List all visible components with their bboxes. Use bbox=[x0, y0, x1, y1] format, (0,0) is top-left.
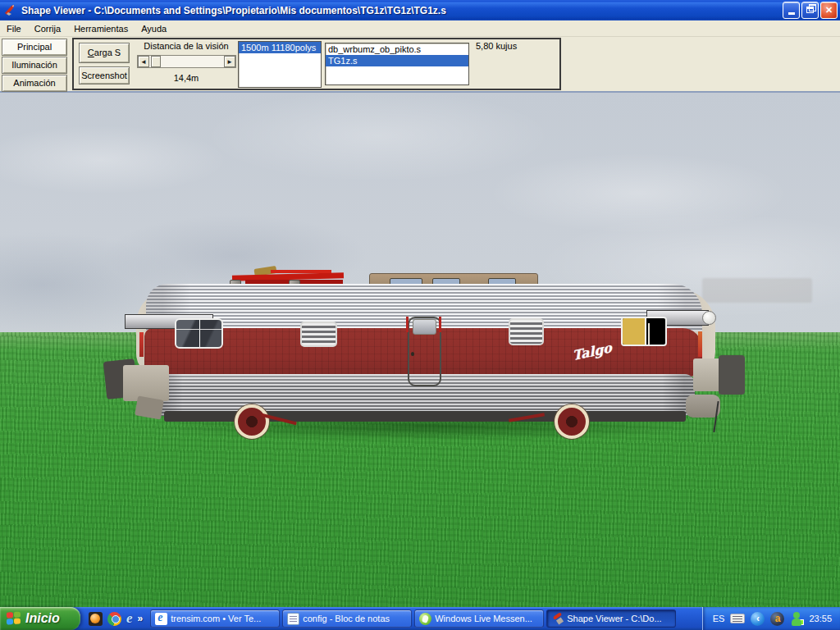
red-marker-right bbox=[698, 331, 702, 357]
scrollbar-thumb[interactable] bbox=[151, 56, 161, 67]
scrollbar-track[interactable] bbox=[161, 56, 224, 67]
messenger-icon bbox=[419, 613, 431, 625]
pantograph-arm bbox=[271, 270, 331, 273]
lod-listbox[interactable]: 1500m 11180polys bbox=[238, 41, 322, 88]
ie-icon[interactable]: e bbox=[126, 612, 133, 625]
status-person-icon[interactable] bbox=[790, 612, 803, 626]
quick-launch: e » bbox=[80, 612, 148, 626]
start-label: Inicio bbox=[25, 611, 60, 626]
red-marker-left bbox=[139, 332, 144, 357]
lod-list-item[interactable]: 1500m 11180polys bbox=[239, 42, 321, 53]
shape-list-item[interactable]: db_wrbumz_ob_pikto.s bbox=[326, 43, 468, 55]
wheel bbox=[235, 404, 269, 439]
ie-icon bbox=[155, 613, 167, 625]
minimize-button[interactable] bbox=[783, 2, 800, 19]
minimize-icon bbox=[788, 12, 795, 15]
start-button[interactable]: Inicio bbox=[0, 607, 80, 630]
keyboard-icon[interactable] bbox=[730, 614, 745, 623]
louver-grille bbox=[300, 322, 337, 347]
toolbar: Principal Iluminación Animación Carga S … bbox=[0, 37, 840, 93]
louver-grille bbox=[509, 318, 544, 345]
view-distance-label: Distancia de la visión bbox=[134, 41, 239, 51]
bumper-cap bbox=[702, 311, 716, 325]
wheel bbox=[555, 404, 589, 439]
task-notepad[interactable]: config - Bloc de notas bbox=[282, 609, 412, 628]
task-messenger[interactable]: Windows Live Messen... bbox=[414, 609, 544, 628]
tab-iluminacion[interactable]: Iluminación bbox=[2, 57, 67, 74]
notepad-icon bbox=[287, 613, 299, 625]
cab-window bbox=[175, 318, 223, 349]
online-badge bbox=[798, 619, 804, 625]
title-bar: Shape Viewer - C:\Documents and Settings… bbox=[0, 0, 840, 21]
restore-button[interactable] bbox=[801, 2, 819, 19]
shape-list-item[interactable]: TG1z.s bbox=[326, 55, 468, 66]
app-icon bbox=[4, 4, 17, 17]
tab-animacion[interactable]: Animación bbox=[2, 75, 67, 92]
task-shape-viewer[interactable]: Shape Viewer - C:\Do... bbox=[546, 609, 676, 628]
task-buttons: trensim.com • Ver Te... config - Bloc de… bbox=[148, 609, 702, 628]
chevron-overflow-icon[interactable]: » bbox=[138, 613, 144, 624]
screenshot-button[interactable]: Screenshot bbox=[79, 66, 130, 84]
door-window bbox=[413, 319, 436, 335]
menu-file[interactable]: File bbox=[0, 22, 28, 35]
language-indicator[interactable]: ES bbox=[713, 614, 725, 623]
messenger-tray-icon[interactable]: ‹ bbox=[751, 612, 765, 626]
coupler-left bbox=[123, 365, 169, 401]
door-handle bbox=[411, 352, 414, 356]
door-red-stripe bbox=[406, 317, 409, 332]
menu-bar: File Corrija Herramientas Ayuda bbox=[0, 21, 840, 37]
windows-logo-icon bbox=[7, 611, 21, 625]
scroll-right-arrow-icon[interactable]: ► bbox=[224, 56, 235, 67]
view-distance-value: 14,4m bbox=[134, 73, 239, 83]
door-red-stripe bbox=[439, 317, 441, 332]
load-shape-button[interactable]: Carga S bbox=[79, 43, 130, 63]
scroll-left-arrow-icon[interactable]: ◄ bbox=[138, 56, 149, 67]
chrome-icon[interactable] bbox=[107, 612, 121, 626]
doorway-post bbox=[645, 318, 646, 345]
doorway-post bbox=[648, 323, 650, 345]
system-tray: ES ‹ a 23:55 bbox=[702, 607, 840, 630]
menu-herramientas[interactable]: Herramientas bbox=[67, 22, 135, 35]
kujus-stat-label: 5,80 kujus bbox=[476, 41, 517, 51]
amsn-icon[interactable] bbox=[89, 612, 103, 626]
window-title: Shape Viewer - C:\Documents and Settings… bbox=[21, 5, 783, 16]
shape-viewer-icon bbox=[551, 613, 564, 625]
tray-clock: 23:55 bbox=[809, 614, 832, 623]
coupler-right bbox=[719, 355, 745, 395]
doorway-interior bbox=[623, 318, 646, 345]
viewport-3d[interactable]: Talgo bbox=[0, 93, 840, 607]
shape-listbox[interactable]: db_wrbumz_ob_pikto.s TG1z.s bbox=[325, 43, 469, 85]
amsn-tray-icon[interactable]: a bbox=[770, 612, 784, 626]
taskbar: Inicio e » trensim.com • Ver Te... confi… bbox=[0, 607, 840, 630]
close-button[interactable]: ✕ bbox=[820, 2, 838, 19]
tab-principal[interactable]: Principal bbox=[2, 39, 67, 56]
distant-building bbox=[702, 278, 812, 303]
menu-ayuda[interactable]: Ayuda bbox=[135, 22, 173, 35]
view-distance-scrollbar[interactable]: ◄ ► bbox=[137, 55, 236, 68]
task-trensim[interactable]: trensim.com • Ver Te... bbox=[150, 609, 280, 628]
open-doorway bbox=[621, 317, 667, 346]
restore-icon bbox=[806, 7, 814, 13]
menu-corrija[interactable]: Corrija bbox=[28, 22, 67, 35]
